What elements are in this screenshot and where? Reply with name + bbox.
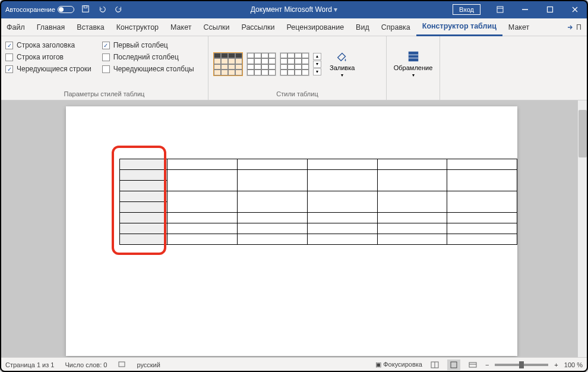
maximize-icon[interactable] bbox=[538, 1, 562, 18]
quick-access-toolbar bbox=[81, 5, 123, 14]
status-page[interactable]: Страница 1 из 1 bbox=[5, 361, 54, 368]
svg-rect-14 bbox=[469, 362, 476, 367]
gallery-more-icon[interactable]: ▾ bbox=[313, 68, 321, 75]
toggle-switch-icon bbox=[58, 6, 74, 13]
redo-icon[interactable] bbox=[115, 5, 123, 14]
status-words[interactable]: Число слов: 0 bbox=[65, 361, 107, 368]
svg-rect-10 bbox=[119, 362, 125, 367]
chk-header-row[interactable]: ✓Строка заголовка bbox=[5, 41, 91, 49]
table-row bbox=[120, 170, 517, 181]
tab-mailings[interactable]: Рассылки bbox=[235, 18, 280, 36]
view-web-icon[interactable] bbox=[466, 360, 479, 370]
save-icon[interactable] bbox=[81, 5, 90, 14]
minimize-icon[interactable] bbox=[513, 1, 538, 18]
table-style-thumb-1[interactable] bbox=[213, 52, 243, 76]
chk-first-col[interactable]: ✓Первый столбец bbox=[102, 41, 194, 49]
close-icon[interactable] bbox=[562, 1, 587, 18]
scrollbar-thumb[interactable] bbox=[578, 110, 587, 157]
table-style-thumb-3[interactable] bbox=[280, 52, 309, 76]
ribbon: ✓Строка заголовка Строка итогов ✓Чередую… bbox=[1, 36, 587, 100]
tab-layout[interactable]: Макет bbox=[165, 18, 197, 36]
window-title: Документ Microsoft Word ▾ bbox=[251, 5, 337, 14]
document-area bbox=[1, 100, 587, 357]
document-table[interactable] bbox=[119, 159, 517, 245]
chevron-down-icon[interactable]: ▾ bbox=[313, 61, 321, 68]
zoom-slider[interactable] bbox=[495, 364, 548, 366]
table-row bbox=[120, 234, 517, 245]
table-row bbox=[120, 159, 517, 170]
style-gallery-scroller[interactable]: ▴ ▾ ▾ bbox=[313, 53, 321, 75]
autosave-toggle[interactable]: Автосохранение bbox=[5, 6, 74, 13]
ribbon-options-icon[interactable] bbox=[488, 1, 513, 18]
share-button[interactable]: П bbox=[561, 18, 587, 36]
chevron-up-icon[interactable]: ▴ bbox=[313, 53, 321, 60]
group-table-style-options: ✓Строка заголовка Строка итогов ✓Чередую… bbox=[1, 36, 208, 100]
tab-review[interactable]: Рецензирование bbox=[281, 18, 350, 36]
spellcheck-icon[interactable] bbox=[118, 360, 126, 370]
chk-last-col[interactable]: Последний столбец bbox=[102, 53, 194, 61]
tab-table-layout[interactable]: Макет bbox=[502, 18, 535, 36]
titlebar: Автосохранение Документ Microsoft Word ▾… bbox=[1, 1, 587, 18]
group-label-styles: Стили таблиц bbox=[213, 89, 381, 99]
group-table-styles: ▴ ▾ ▾ Заливка▾ Стили таблиц bbox=[208, 36, 387, 100]
table-row bbox=[120, 223, 517, 234]
page[interactable] bbox=[66, 106, 517, 356]
statusbar: Страница 1 из 1 Число слов: 0 русский ▣ … bbox=[1, 357, 587, 371]
tab-insert[interactable]: Вставка bbox=[71, 18, 110, 36]
svg-rect-2 bbox=[497, 7, 503, 12]
vertical-scrollbar[interactable] bbox=[578, 100, 587, 357]
svg-rect-4 bbox=[548, 7, 553, 12]
svg-rect-13 bbox=[451, 362, 457, 368]
shading-button[interactable]: Заливка▾ bbox=[325, 48, 359, 80]
borders-button[interactable]: Обрамление▾ bbox=[389, 48, 438, 80]
group-label-options: Параметры стилей таблиц bbox=[5, 89, 203, 99]
tab-file[interactable]: Файл bbox=[1, 18, 31, 36]
zoom-level[interactable]: 100 % bbox=[564, 361, 583, 368]
status-language[interactable]: русский bbox=[137, 361, 160, 368]
autosave-label: Автосохранение bbox=[5, 6, 55, 13]
chk-banded-cols[interactable]: Чередующиеся столбцы bbox=[102, 65, 194, 73]
chk-total-row[interactable]: Строка итогов bbox=[5, 53, 91, 61]
svg-rect-7 bbox=[408, 52, 418, 62]
view-read-icon[interactable] bbox=[428, 360, 441, 370]
tab-home[interactable]: Главная bbox=[31, 18, 71, 36]
tab-view[interactable]: Вид bbox=[350, 18, 375, 36]
svg-rect-0 bbox=[83, 6, 89, 12]
table-row bbox=[120, 191, 517, 202]
view-print-icon[interactable] bbox=[447, 360, 460, 370]
tab-references[interactable]: Ссылки bbox=[197, 18, 235, 36]
menubar: Файл Главная Вставка Конструктор Макет С… bbox=[1, 18, 587, 36]
chk-banded-rows[interactable]: ✓Чередующиеся строки bbox=[5, 65, 91, 73]
zoom-in-icon[interactable]: + bbox=[554, 361, 558, 368]
undo-icon[interactable] bbox=[98, 5, 106, 14]
tab-design[interactable]: Конструктор bbox=[110, 18, 165, 36]
tab-table-design[interactable]: Конструктор таблиц bbox=[416, 18, 502, 36]
focus-mode[interactable]: ▣ Фокусировка bbox=[375, 361, 422, 368]
table-row bbox=[120, 213, 517, 223]
zoom-out-icon[interactable]: − bbox=[485, 361, 489, 368]
group-borders: Обрамление▾ bbox=[387, 36, 440, 100]
table-style-thumb-2[interactable] bbox=[246, 52, 276, 76]
tab-help[interactable]: Справка bbox=[375, 18, 416, 36]
login-button[interactable]: Вход bbox=[453, 4, 480, 15]
